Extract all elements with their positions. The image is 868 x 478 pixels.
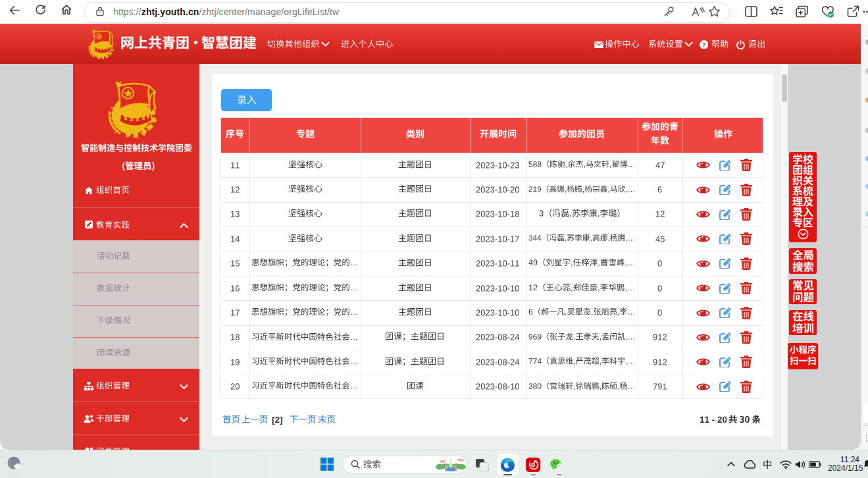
svg-text:?: ? xyxy=(702,41,705,48)
